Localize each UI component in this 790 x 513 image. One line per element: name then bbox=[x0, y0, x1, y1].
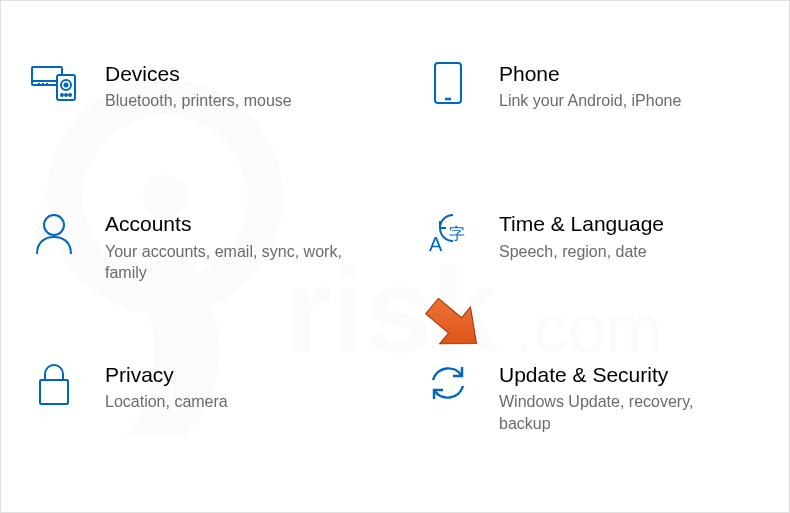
tile-title: Update & Security bbox=[499, 362, 769, 388]
tile-update-security[interactable]: Update & Security Windows Update, recove… bbox=[395, 332, 789, 482]
privacy-lock-icon bbox=[31, 362, 77, 406]
tile-title: Privacy bbox=[105, 362, 375, 388]
tile-title: Devices bbox=[105, 61, 375, 87]
tile-title: Accounts bbox=[105, 211, 375, 237]
tile-devices[interactable]: Devices Bluetooth, printers, mouse bbox=[1, 31, 395, 181]
phone-icon bbox=[425, 61, 471, 105]
tile-title: Time & Language bbox=[499, 211, 769, 237]
tile-phone[interactable]: Phone Link your Android, iPhone bbox=[395, 31, 789, 181]
accounts-icon bbox=[31, 211, 77, 255]
tile-desc: Your accounts, email, sync, work, family bbox=[105, 241, 355, 284]
tile-desc: Windows Update, recovery, backup bbox=[499, 391, 749, 434]
tile-desc: Location, camera bbox=[105, 391, 355, 413]
tile-desc: Speech, region, date bbox=[499, 241, 749, 263]
svg-rect-22 bbox=[40, 380, 68, 404]
svg-text:字: 字 bbox=[449, 225, 465, 242]
time-language-icon: A 字 bbox=[425, 211, 471, 253]
tile-desc: Link your Android, iPhone bbox=[499, 90, 749, 112]
tile-accounts[interactable]: Accounts Your accounts, email, sync, wor… bbox=[1, 181, 395, 331]
tile-desc: Bluetooth, printers, mouse bbox=[105, 90, 355, 112]
tile-title: Phone bbox=[499, 61, 769, 87]
devices-icon bbox=[31, 61, 77, 101]
svg-point-14 bbox=[69, 94, 71, 96]
svg-point-17 bbox=[44, 215, 64, 235]
settings-category-grid: Devices Bluetooth, printers, mouse Phone… bbox=[1, 1, 789, 512]
svg-text:A: A bbox=[429, 233, 443, 253]
tile-time-language[interactable]: A 字 Time & Language Speech, region, date bbox=[395, 181, 789, 331]
update-sync-icon bbox=[425, 362, 471, 404]
svg-rect-15 bbox=[435, 63, 461, 103]
svg-point-11 bbox=[65, 84, 68, 87]
svg-point-13 bbox=[65, 94, 67, 96]
tile-privacy[interactable]: Privacy Location, camera bbox=[1, 332, 395, 482]
svg-point-12 bbox=[61, 94, 63, 96]
